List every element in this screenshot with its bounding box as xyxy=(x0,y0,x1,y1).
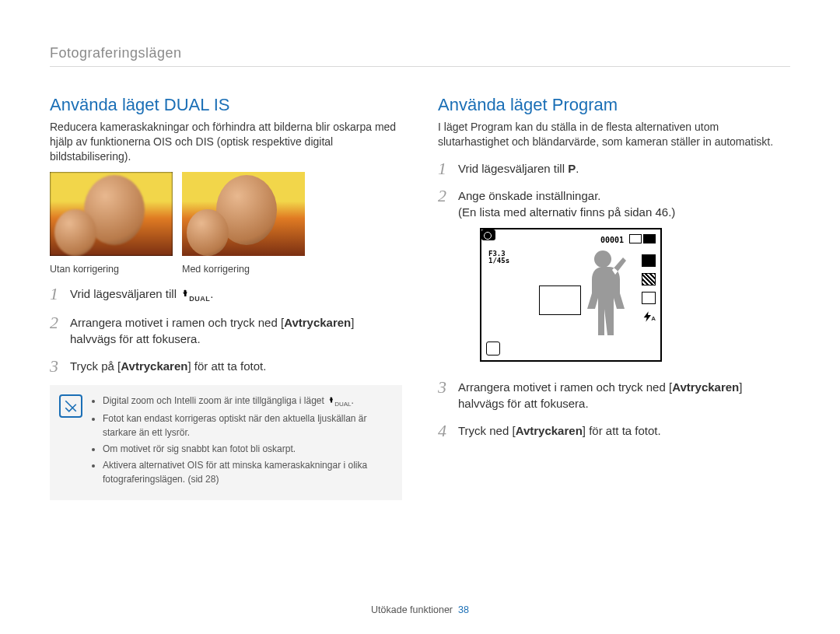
note-box: Digital zoom och Intelli zoom är inte ti… xyxy=(50,385,402,500)
step-4: Tryck ned [Avtryckaren] för att ta fotot… xyxy=(438,422,790,439)
step-text: Vrid lägesväljaren till xyxy=(458,162,568,175)
quality-icon xyxy=(642,273,656,285)
camera-lcd: F3.31/45s 00001 A xyxy=(480,228,662,362)
aperture-value: F3.31/45s xyxy=(486,250,512,265)
shutter-label: Avtryckaren xyxy=(672,380,739,394)
photo-before xyxy=(50,172,173,256)
step-text-end: . xyxy=(210,287,213,300)
footer-section: Utökade funktioner xyxy=(371,604,453,615)
note-text-end: . xyxy=(352,395,354,406)
photo-after xyxy=(182,172,305,256)
person-silhouette xyxy=(578,247,628,346)
step-2: Ange önskade inställningar. (En lista me… xyxy=(438,187,790,362)
caption-after: Med korrigering xyxy=(182,264,305,275)
comparison-photos xyxy=(50,172,402,256)
intro-program: I läget Program kan du ställa in de fles… xyxy=(438,120,790,149)
shutter-label: Avtryckaren xyxy=(121,359,187,373)
heading-program: Använda läget Program xyxy=(438,95,790,115)
page-footer: Utökade funktioner 38 xyxy=(0,604,840,615)
step-text: Tryck ned [ xyxy=(458,424,516,437)
dual-icon: DUAL xyxy=(189,295,210,303)
note-text: Digital zoom och Intelli zoom är inte ti… xyxy=(103,395,327,406)
step-text: Arrangera motivet i ramen och tryck ned … xyxy=(70,316,284,329)
hand-icon xyxy=(180,289,189,299)
page-number: 38 xyxy=(458,604,469,615)
step-text: Arrangera motivet i ramen och tryck ned … xyxy=(458,380,672,394)
col-program: Använda läget Program I läget Program ka… xyxy=(438,95,790,500)
steps-program: Vrid lägesväljaren till P. Ange önskade … xyxy=(438,160,790,439)
heading-dual-is: Använda läget DUAL IS xyxy=(50,95,402,115)
flash-icon: A xyxy=(642,310,654,321)
hand-icon xyxy=(327,397,334,405)
note-item: Om motivet rör sig snabbt kan fotot bli … xyxy=(103,443,391,456)
note-item: Aktivera alternativet OIS för att minska… xyxy=(103,459,391,486)
note-list: Digital zoom och Intelli zoom är inte ti… xyxy=(92,394,391,489)
step-text: Tryck på [ xyxy=(70,359,121,373)
note-item: Digital zoom och Intelli zoom är inte ti… xyxy=(103,394,391,409)
dual-icon: DUAL xyxy=(334,401,351,408)
note-item: Fotot kan endast korrigeras optiskt när … xyxy=(103,412,391,440)
step-3: Arrangera motivet i ramen och tryck ned … xyxy=(438,379,790,412)
col-dual-is: Använda läget DUAL IS Reducera kameraska… xyxy=(50,95,402,500)
af-frame xyxy=(539,285,581,315)
p-mode-icon: P xyxy=(568,162,576,175)
size-icon xyxy=(642,254,656,267)
step-text-end: ] för att ta fotot. xyxy=(187,359,266,373)
intro-dual-is: Reducera kameraskakningar och förhindra … xyxy=(50,120,402,164)
is-icon xyxy=(486,342,500,356)
step-2: Arrangera motivet i ramen och tryck ned … xyxy=(50,314,402,347)
step-text: Vrid lägesväljaren till xyxy=(70,287,180,300)
breadcrumb: Fotograferingslägen xyxy=(50,45,790,67)
step-text-b: (En lista med alternativ finns på sidan … xyxy=(458,205,675,219)
step-1: Vrid lägesväljaren till DUAL. xyxy=(50,285,402,304)
mode-icon xyxy=(481,229,495,240)
step-3: Tryck på [Avtryckaren] för att ta fotot. xyxy=(50,358,402,374)
note-icon xyxy=(59,394,82,418)
steps-dual-is: Vrid lägesväljaren till DUAL. Arrangera … xyxy=(50,285,402,375)
battery-icon xyxy=(643,234,656,243)
step-text: Ange önskade inställningar. xyxy=(458,189,600,202)
frame-counter: 00001 xyxy=(598,234,626,247)
step-text-end: . xyxy=(576,162,579,175)
step-1: Vrid lägesväljaren till P. xyxy=(438,160,790,177)
shutter-label: Avtryckaren xyxy=(284,316,351,329)
af-icon xyxy=(642,292,656,304)
memory-icon xyxy=(629,234,642,243)
step-text-end: ] för att ta fotot. xyxy=(583,424,661,437)
svg-point-0 xyxy=(594,250,611,268)
caption-before: Utan korrigering xyxy=(50,264,173,275)
shutter-label: Avtryckaren xyxy=(516,424,583,437)
